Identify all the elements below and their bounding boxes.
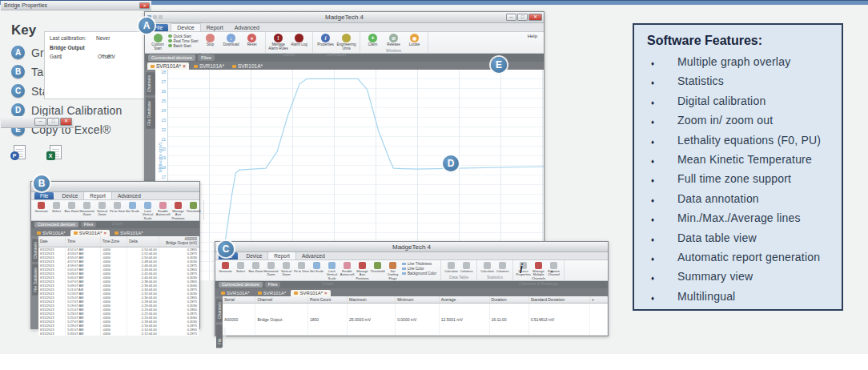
ribbon-button[interactable]: Manage Multiple Channels <box>531 261 546 280</box>
col-duration[interactable]: Duration <box>489 296 528 304</box>
ribbon-button[interactable]: Manage Alarm Rules <box>268 33 289 51</box>
tab-report[interactable]: Report <box>267 251 296 259</box>
ribbon-button[interactable]: Reset <box>242 33 263 47</box>
file-database-side-tab[interactable]: File Database <box>216 324 223 348</box>
gain-value[interactable]: 1 <box>59 54 98 59</box>
tab-advanced[interactable]: Advanced <box>112 192 147 199</box>
title-bar[interactable]: Bridge Properties ✕ <box>1 1 151 10</box>
col-add[interactable]: + <box>590 296 608 304</box>
col-date[interactable]: Date <box>38 236 66 247</box>
col-channel[interactable]: A00000 Bridge Output (mV) <box>159 236 199 247</box>
close-button[interactable]: ✕ <box>60 118 72 126</box>
maximize-button[interactable]: □ <box>517 14 528 21</box>
ribbon-button[interactable]: Manage Axis Positions <box>355 261 370 280</box>
col-serial[interactable]: Serial <box>223 296 255 304</box>
ribbon-button[interactable]: Stop <box>200 33 221 47</box>
tab-device[interactable]: Device <box>171 23 200 31</box>
doc-tab[interactable]: SVR101A* <box>255 290 290 296</box>
ribbon-button[interactable]: Locate <box>404 33 425 47</box>
ribbon-button[interactable]: Box Zoom <box>248 261 263 280</box>
doc-tab[interactable]: SVR101A* <box>111 230 147 236</box>
doc-tab[interactable]: SVR101A* <box>218 290 253 296</box>
ribbon-button[interactable]: Claim <box>363 33 384 47</box>
tab-report[interactable]: Report <box>83 191 112 199</box>
ribbon-button[interactable]: Columns <box>495 261 510 273</box>
close-tab-icon[interactable]: × <box>103 231 106 235</box>
title-bar[interactable]: MadgeTech 4 ─ □ ✕ <box>145 12 544 23</box>
tab-device[interactable]: Device <box>56 192 83 199</box>
ribbon-button[interactable]: Columns <box>459 261 474 273</box>
close-tab-icon[interactable]: × <box>324 291 328 296</box>
file-database-side-tab[interactable]: File Database <box>146 98 155 129</box>
col-stdev[interactable]: Standard Deviation <box>528 296 589 304</box>
ribbon-button[interactable]: Device Properties <box>516 261 531 277</box>
stats-row[interactable]: A00000 Bridge Output 1800 25.0000 mV 0.0… <box>223 304 608 336</box>
ribbon-button[interactable]: Vertical Zoom <box>279 261 294 280</box>
offset-value[interactable]: 0 V <box>107 54 127 59</box>
ribbon-button[interactable]: Remove Channel <box>546 261 561 277</box>
ribbon-button[interactable]: Enable Autoscroll <box>155 201 171 220</box>
col-point-count[interactable]: Point Count <box>307 296 347 304</box>
tab-device[interactable]: Device <box>240 252 267 259</box>
col-timezone[interactable]: Time Zone <box>100 236 127 247</box>
table-row[interactable]: 6/11/2013 5:33:07 AM -0400 -1:12:44.00 0… <box>38 332 199 336</box>
col-time[interactable]: Time <box>66 236 101 247</box>
ribbon-button[interactable]: Select <box>49 201 64 220</box>
ribbon-button[interactable]: Select <box>233 261 248 280</box>
generate-button[interactable]: Generate <box>34 201 49 213</box>
ribbon-button[interactable]: Set Scale <box>309 261 324 280</box>
col-minimum[interactable]: Minimum <box>396 296 440 304</box>
channels-side-tab[interactable]: Channels <box>146 72 155 95</box>
close-button[interactable]: ✕ <box>528 14 542 21</box>
help-link[interactable]: Help <box>528 34 537 38</box>
channels-side-tab[interactable]: Channels <box>216 299 223 322</box>
ribbon-button[interactable]: Fit to View <box>294 261 309 280</box>
tab-report[interactable]: Report <box>201 24 229 31</box>
file-database-side-tab[interactable]: File Database <box>32 264 38 296</box>
ribbon-button[interactable]: Set Cooling Flags <box>385 261 400 280</box>
ribbon-button[interactable]: Threshold <box>370 261 385 280</box>
ribbon-button[interactable]: Vertical Zoom <box>94 201 110 220</box>
ribbon-button[interactable]: Download <box>221 33 242 47</box>
tab-advanced[interactable]: Advanced <box>229 24 265 31</box>
ribbon-button[interactable]: Alarm Log <box>289 33 310 47</box>
start-option-button[interactable]: Batch Start <box>168 43 199 48</box>
title-bar[interactable]: ─ □ ✕ <box>1 116 74 128</box>
col-delta[interactable]: Delta <box>127 236 159 247</box>
ribbon-button[interactable]: Set Scale <box>125 201 140 220</box>
tab-file[interactable]: File <box>34 192 54 199</box>
ribbon-button[interactable]: Properties <box>315 33 336 47</box>
close-tab-icon[interactable]: × <box>183 63 186 69</box>
ribbon-button[interactable]: Calculate <box>444 261 459 273</box>
minimize-button[interactable]: ─ <box>506 14 516 21</box>
ribbon-button[interactable]: Fit to View <box>110 201 125 220</box>
title-bar[interactable]: MadgeTech 4 <box>215 242 608 252</box>
maximize-button[interactable]: □ <box>47 118 59 126</box>
generate-button[interactable]: Generate <box>218 261 233 273</box>
minimize-button[interactable]: ─ <box>34 118 46 126</box>
doc-tab-active[interactable]: SVR101A*× <box>147 62 189 70</box>
doc-tab-active[interactable]: SVR101A*× <box>291 290 330 296</box>
ribbon-button[interactable]: Engineering Units <box>336 33 357 51</box>
line-style-button[interactable]: Background Color <box>402 271 436 275</box>
custom-start-button[interactable]: Custom Start <box>147 33 168 51</box>
ribbon-button[interactable]: Box Zoom <box>64 201 79 220</box>
ribbon-button[interactable]: Horizontal Zoom <box>79 201 94 220</box>
title-bar[interactable] <box>31 182 199 192</box>
ribbon-button[interactable]: Manage Axis Positions <box>171 201 186 220</box>
doc-tab-active[interactable]: SVR101A*× <box>70 230 110 236</box>
col-channel[interactable]: Channel <box>255 296 308 304</box>
channels-side-tab[interactable]: Channels <box>32 239 38 262</box>
ribbon-button[interactable]: Threshold <box>186 201 201 220</box>
col-maximum[interactable]: Maximum <box>348 296 396 304</box>
doc-tab[interactable]: SVR101A* <box>34 230 69 236</box>
doc-tab[interactable]: SVR101A* <box>229 62 266 70</box>
ribbon-button[interactable]: Horizontal Zoom <box>263 261 279 280</box>
col-average[interactable]: Average <box>439 296 489 304</box>
ribbon-button[interactable]: Lock Vertical Scale <box>140 201 155 220</box>
tab-advanced[interactable]: Advanced <box>296 252 331 259</box>
ribbon-button[interactable]: Lock Vertical Scale <box>324 261 340 280</box>
doc-tab[interactable]: SVR101A* <box>191 62 227 70</box>
close-button[interactable]: ✕ <box>139 2 150 9</box>
ribbon-button[interactable]: Calculate <box>480 261 495 273</box>
